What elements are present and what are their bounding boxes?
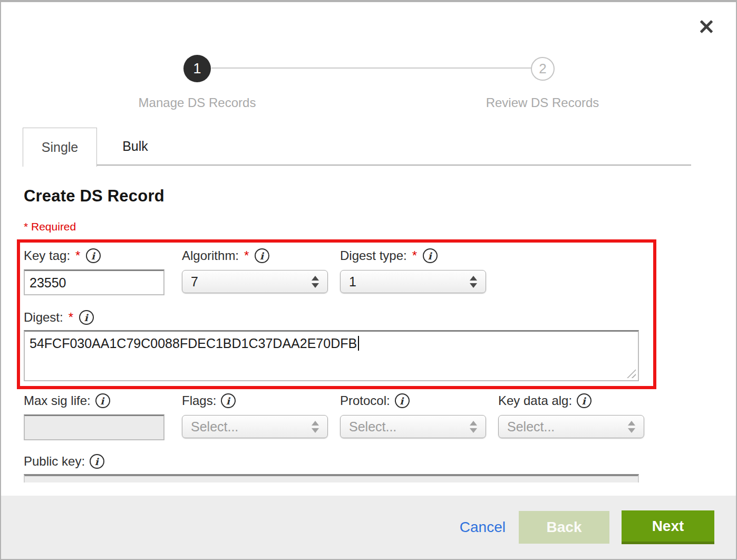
digest-textarea[interactable]: 54FCF030AA1C79C0088FDEC1BD1C37DAA2E70DFB bbox=[24, 330, 639, 381]
select-arrows-icon bbox=[312, 421, 319, 433]
digest-type-label-row: Digest type: * i bbox=[340, 248, 486, 264]
max-sig-life-field-group: Max sig life: i bbox=[24, 393, 164, 440]
info-icon[interactable]: i bbox=[86, 248, 101, 263]
key-data-alg-field-group: Key data alg: i Select... bbox=[498, 393, 644, 438]
algorithm-label: Algorithm: bbox=[182, 248, 239, 263]
key-tag-field-group: Key tag: * i bbox=[24, 248, 164, 295]
back-button[interactable]: Back bbox=[519, 511, 609, 544]
select-arrows-icon bbox=[470, 276, 477, 288]
protocol-selected-value: Select... bbox=[349, 419, 396, 435]
flags-field-group: Flags: i Select... bbox=[182, 393, 328, 438]
flags-select[interactable]: Select... bbox=[182, 415, 328, 438]
cancel-button[interactable]: Cancel bbox=[460, 519, 506, 536]
info-icon[interactable]: i bbox=[395, 393, 410, 408]
select-arrows-icon bbox=[628, 421, 635, 433]
algorithm-field-group: Algorithm: * i 7 bbox=[182, 248, 328, 293]
step-1-indicator: 1 bbox=[183, 55, 211, 82]
digest-label-row: Digest: * i bbox=[24, 310, 639, 325]
create-ds-record-modal: 1 2 Manage DS Records Review DS Records … bbox=[0, 0, 737, 560]
key-data-alg-label: Key data alg: bbox=[498, 393, 572, 408]
page-title: Create DS Record bbox=[24, 187, 164, 206]
public-key-field-group: Public key: i bbox=[24, 453, 639, 482]
digest-type-selected-value: 1 bbox=[349, 274, 356, 289]
next-button[interactable]: Next bbox=[622, 510, 714, 544]
protocol-label: Protocol: bbox=[340, 393, 390, 408]
digest-field-group: Digest: * i 54FCF030AA1C79C0088FDEC1BD1C… bbox=[24, 310, 639, 381]
algorithm-selected-value: 7 bbox=[191, 274, 198, 289]
algorithm-select[interactable]: 7 bbox=[182, 270, 328, 293]
info-icon[interactable]: i bbox=[90, 454, 104, 469]
max-sig-life-label-row: Max sig life: i bbox=[24, 393, 164, 409]
select-arrows-icon bbox=[470, 421, 477, 433]
resize-handle-icon[interactable] bbox=[627, 369, 636, 378]
protocol-label-row: Protocol: i bbox=[340, 393, 486, 409]
key-data-alg-selected-value: Select... bbox=[507, 419, 555, 435]
public-key-label-row: Public key: i bbox=[24, 453, 639, 469]
digest-value: 54FCF030AA1C79C0088FDEC1BD1C37DAA2E70DFB bbox=[30, 336, 357, 351]
tab-single[interactable]: Single bbox=[23, 128, 97, 167]
info-icon[interactable]: i bbox=[95, 393, 110, 408]
info-icon[interactable]: i bbox=[423, 248, 438, 263]
info-icon[interactable]: i bbox=[255, 248, 269, 263]
digest-type-field-group: Digest type: * i 1 bbox=[340, 248, 486, 293]
key-data-alg-label-row: Key data alg: i bbox=[498, 393, 644, 409]
required-asterisk: * bbox=[75, 248, 80, 263]
required-asterisk: * bbox=[69, 310, 73, 325]
close-icon[interactable] bbox=[698, 18, 715, 35]
info-icon[interactable]: i bbox=[577, 393, 591, 408]
public-key-label: Public key: bbox=[24, 454, 85, 469]
tab-bar: Single Bulk bbox=[23, 128, 691, 167]
algorithm-label-row: Algorithm: * i bbox=[182, 248, 328, 264]
digest-label: Digest: bbox=[24, 310, 63, 325]
tab-bar-divider bbox=[173, 128, 691, 166]
protocol-select[interactable]: Select... bbox=[340, 415, 486, 438]
tab-bulk[interactable]: Bulk bbox=[97, 128, 173, 166]
key-tag-label: Key tag: bbox=[24, 248, 70, 263]
stepper-connector-line bbox=[211, 67, 531, 69]
required-note: * Required bbox=[24, 220, 76, 233]
digest-type-select[interactable]: 1 bbox=[340, 270, 486, 293]
step-2-indicator: 2 bbox=[531, 57, 555, 81]
select-arrows-icon bbox=[312, 276, 319, 288]
key-tag-input[interactable] bbox=[24, 269, 164, 295]
max-sig-life-label: Max sig life: bbox=[24, 393, 91, 408]
step-1-label: Manage DS Records bbox=[139, 95, 256, 110]
required-asterisk: * bbox=[412, 248, 417, 263]
flags-label: Flags: bbox=[182, 393, 216, 408]
max-sig-life-input[interactable] bbox=[24, 414, 164, 440]
text-caret bbox=[358, 336, 359, 351]
flags-label-row: Flags: i bbox=[182, 393, 328, 409]
key-tag-label-row: Key tag: * i bbox=[24, 248, 164, 264]
public-key-textarea[interactable] bbox=[24, 474, 639, 482]
modal-footer: Cancel Back Next bbox=[1, 496, 736, 559]
protocol-field-group: Protocol: i Select... bbox=[340, 393, 486, 438]
info-icon[interactable]: i bbox=[79, 310, 94, 325]
digest-type-label: Digest type: bbox=[340, 248, 407, 263]
info-icon[interactable]: i bbox=[221, 393, 236, 408]
key-data-alg-select[interactable]: Select... bbox=[498, 415, 644, 438]
required-asterisk: * bbox=[244, 248, 249, 263]
flags-selected-value: Select... bbox=[191, 419, 238, 435]
step-2-label: Review DS Records bbox=[486, 95, 599, 110]
